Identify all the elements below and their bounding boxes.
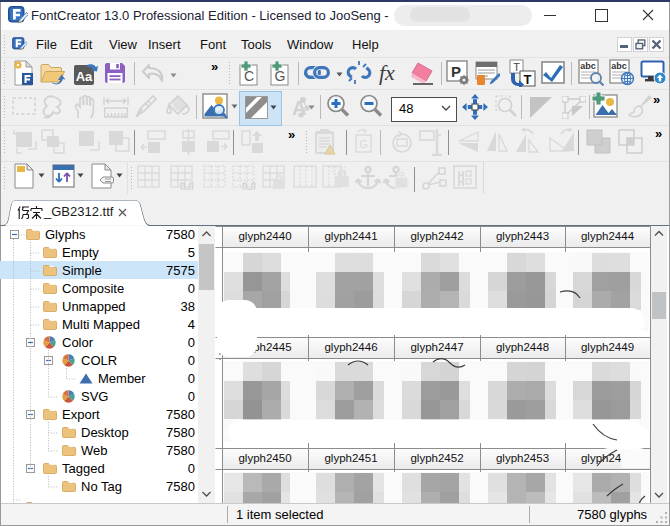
svg-text:T: T: [513, 61, 520, 73]
svg-text:abc: abc: [580, 61, 596, 71]
svg-text:P: P: [451, 63, 461, 80]
svg-text:Aa: Aa: [76, 69, 93, 84]
svg-text:T: T: [524, 72, 532, 87]
svg-text:G: G: [359, 138, 368, 150]
svg-text:abc: abc: [611, 61, 627, 71]
